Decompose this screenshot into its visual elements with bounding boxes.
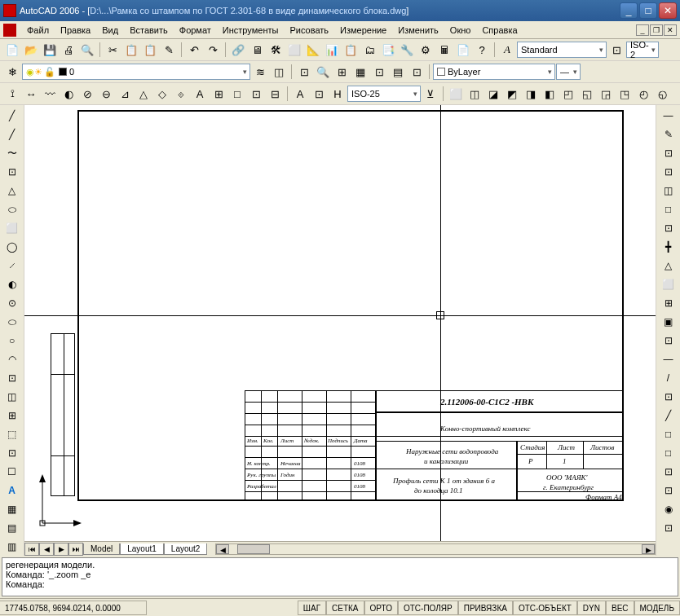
tool-r17[interactable]: □ bbox=[660, 425, 678, 443]
view10[interactable]: ◴ bbox=[634, 85, 652, 103]
menu-tools[interactable]: Инструменты bbox=[217, 24, 285, 37]
status-dyn[interactable]: DYN bbox=[577, 601, 606, 615]
menu-dimension[interactable]: Измерение bbox=[334, 24, 392, 37]
menu-help[interactable]: Справка bbox=[476, 24, 523, 37]
dim7[interactable]: ⊿ bbox=[116, 85, 134, 103]
new-button[interactable]: 📄 bbox=[3, 41, 21, 59]
view3[interactable]: ◩ bbox=[503, 85, 521, 103]
view6[interactable]: ◰ bbox=[559, 85, 577, 103]
dim15[interactable]: ⊟ bbox=[266, 85, 284, 103]
props-button[interactable]: 🛠 bbox=[267, 41, 285, 59]
status-ortho[interactable]: ОРТО bbox=[364, 601, 398, 615]
menu-modify[interactable]: Изменить bbox=[392, 24, 444, 37]
point-tool[interactable]: ◠ bbox=[3, 350, 21, 368]
status-osnap[interactable]: ПРИВЯЗКА bbox=[458, 601, 513, 615]
rect-tool[interactable]: △ bbox=[3, 182, 21, 200]
paste-button[interactable]: 📋 bbox=[141, 41, 159, 59]
et6[interactable]: ▤ bbox=[389, 63, 407, 81]
cut-button[interactable]: ✂ bbox=[104, 41, 121, 59]
open-button[interactable]: 📂 bbox=[22, 41, 40, 59]
tool23[interactable]: 📄 bbox=[454, 41, 472, 59]
menu-format[interactable]: Формат bbox=[174, 24, 217, 37]
region-tool[interactable]: ⊞ bbox=[3, 407, 21, 425]
textstyle-button[interactable]: A bbox=[498, 41, 516, 59]
maximize-button[interactable]: □ bbox=[639, 2, 657, 19]
tool-r19[interactable]: ⊡ bbox=[660, 463, 678, 481]
status-otrack[interactable]: ОТС-ОБЪЕКТ bbox=[513, 601, 577, 615]
tool-iso[interactable]: ⊡ bbox=[607, 41, 625, 59]
view5[interactable]: ◧ bbox=[541, 85, 559, 103]
lineweight-dropdown[interactable]: — bbox=[556, 64, 581, 80]
tab-next[interactable]: ▶ bbox=[54, 543, 68, 556]
save-button[interactable]: 💾 bbox=[41, 41, 59, 59]
dim11[interactable]: A bbox=[191, 85, 209, 103]
tool-r22[interactable]: ⊡ bbox=[660, 519, 678, 537]
ellipse-tool[interactable]: ◐ bbox=[3, 275, 21, 293]
tab-layout2[interactable]: Layout2 bbox=[164, 543, 208, 555]
calc-button[interactable]: 🖩 bbox=[435, 41, 453, 59]
tool21[interactable]: ⚙ bbox=[417, 41, 435, 59]
minimize-button[interactable]: _ bbox=[620, 2, 638, 19]
command-window[interactable]: регенерация модели. Команда: '_.zoom _e … bbox=[2, 557, 678, 596]
layer-dropdown[interactable]: ◉☀🔓0 bbox=[22, 64, 250, 80]
layer-mgr-button[interactable]: ❄ bbox=[3, 63, 21, 81]
status-polar[interactable]: ОТС-ПОЛЯР bbox=[398, 601, 458, 615]
stretch-tool[interactable]: △ bbox=[660, 257, 678, 275]
tool-l23[interactable]: ▥ bbox=[3, 538, 21, 556]
et2[interactable]: 🔍 bbox=[314, 63, 332, 81]
tool-l22[interactable]: ▤ bbox=[3, 519, 21, 537]
dim5[interactable]: ⊘ bbox=[78, 85, 96, 103]
textstyle-dropdown[interactable]: Standard bbox=[517, 42, 607, 58]
offset-tool[interactable]: ⊡ bbox=[660, 163, 678, 181]
explode-tool[interactable]: ⊡ bbox=[660, 388, 678, 406]
dim1[interactable]: ⟟ bbox=[3, 85, 21, 103]
dim6[interactable]: ⊖ bbox=[97, 85, 115, 103]
tool16[interactable]: 📊 bbox=[323, 41, 341, 59]
move-tool[interactable]: □ bbox=[660, 200, 678, 218]
tool17[interactable]: 📋 bbox=[342, 41, 360, 59]
ellipsearc-tool[interactable]: ⊙ bbox=[3, 294, 21, 312]
tab-prev[interactable]: ◀ bbox=[39, 543, 54, 556]
fillet-tool[interactable]: / bbox=[660, 369, 678, 387]
linetype-dropdown[interactable]: ByLayer bbox=[433, 64, 555, 80]
layer-tool[interactable]: ◫ bbox=[270, 63, 288, 81]
view0[interactable]: ⬜ bbox=[447, 85, 465, 103]
circle-tool[interactable]: ⬜ bbox=[3, 219, 21, 237]
line-tool[interactable]: ╱ bbox=[3, 107, 21, 125]
layer-prev-button[interactable]: ≋ bbox=[251, 63, 269, 81]
zoom-button[interactable]: 🖥 bbox=[248, 41, 266, 59]
mdi-minimize[interactable]: _ bbox=[636, 24, 649, 36]
block-tool[interactable]: ○ bbox=[3, 332, 21, 350]
text-tool[interactable]: A bbox=[3, 482, 21, 499]
dimupd[interactable]: ⊻ bbox=[422, 85, 439, 103]
arc-tool[interactable]: ⬭ bbox=[3, 200, 21, 218]
cmd-prompt[interactable]: Команда: bbox=[6, 579, 674, 589]
view2[interactable]: ◪ bbox=[484, 85, 502, 103]
dim9[interactable]: ◇ bbox=[153, 85, 171, 103]
view8[interactable]: ◲ bbox=[597, 85, 615, 103]
mdi-restore[interactable]: ❐ bbox=[650, 24, 663, 36]
tool-r16[interactable]: ╱ bbox=[660, 407, 678, 425]
tab-first[interactable]: ⏮ bbox=[24, 543, 39, 556]
help-button[interactable]: ? bbox=[473, 41, 491, 59]
spline-tool[interactable]: ⟋ bbox=[3, 257, 21, 275]
tool-r18[interactable]: □ bbox=[660, 444, 678, 462]
tool-l21[interactable]: ▦ bbox=[3, 500, 21, 518]
dim3[interactable]: 〰 bbox=[41, 85, 59, 103]
status-model[interactable]: МОДЕЛЬ bbox=[634, 601, 680, 615]
pline-tool[interactable]: 〜 bbox=[3, 144, 21, 162]
undo-button[interactable]: ↶ bbox=[185, 41, 203, 59]
tool18[interactable]: 🗂 bbox=[360, 41, 378, 59]
dim2[interactable]: ↔ bbox=[22, 85, 40, 103]
xline-tool[interactable]: ╱ bbox=[3, 125, 21, 143]
menu-edit[interactable]: Правка bbox=[55, 24, 96, 37]
revcloud-tool[interactable]: ◯ bbox=[3, 238, 21, 256]
dim12[interactable]: ⊞ bbox=[210, 85, 227, 103]
extend-tool[interactable]: ⊞ bbox=[660, 294, 678, 312]
array-tool[interactable]: ◫ bbox=[660, 182, 678, 200]
dimstyle-dropdown[interactable]: ISO-25 bbox=[347, 86, 421, 102]
join-tool[interactable]: ⊡ bbox=[660, 332, 678, 350]
view1[interactable]: ◫ bbox=[466, 85, 484, 103]
tab-layout1[interactable]: Layout1 bbox=[120, 543, 164, 555]
et5[interactable]: ⊡ bbox=[370, 63, 388, 81]
